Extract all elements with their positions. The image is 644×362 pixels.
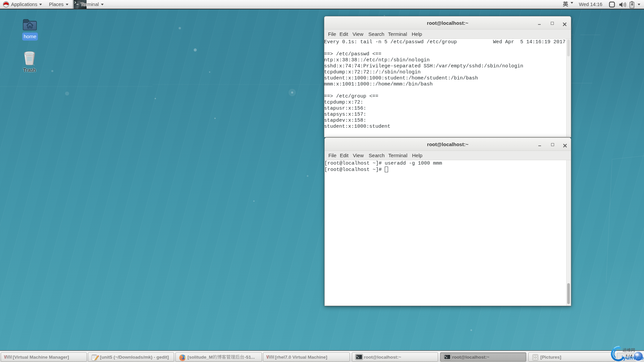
- svg-text:V: V: [266, 355, 269, 360]
- svg-text:iyunv.com: iyunv.com: [622, 355, 644, 361]
- svg-text:V: V: [4, 355, 7, 360]
